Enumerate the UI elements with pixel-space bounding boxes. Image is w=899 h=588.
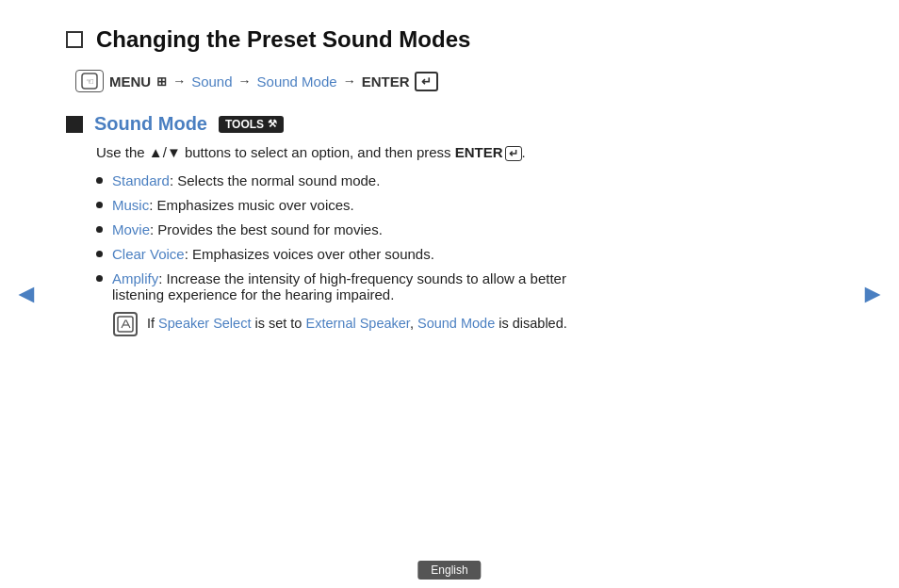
list-item: Music: Emphasizes music over voices. xyxy=(96,197,833,213)
term-standard: Standard xyxy=(112,172,170,188)
menu-finger-icon: ☜ xyxy=(75,70,104,92)
list-item: Clear Voice: Emphasizes voices over othe… xyxy=(96,246,833,262)
bullet-dot-icon xyxy=(96,226,103,233)
svg-rect-2 xyxy=(118,317,133,332)
note-sound-mode-link: Sound Mode xyxy=(417,316,495,331)
section-title: Sound Mode xyxy=(94,113,207,135)
arrow3: → xyxy=(343,74,356,89)
note-icon xyxy=(113,312,138,336)
menu-label: MENU xyxy=(109,74,151,90)
svg-text:☜: ☜ xyxy=(86,76,94,87)
term-movie: Movie xyxy=(112,221,150,237)
list-item: Movie: Provides the best sound for movie… xyxy=(96,221,833,237)
bullet-dot-icon xyxy=(96,251,103,257)
menu-path: ☜ MENU ⊞ → Sound → Sound Mode → ENTER ↵ xyxy=(75,70,833,92)
text-movie: : Provides the best sound for movies. xyxy=(150,221,383,237)
menu-sound-mode-link[interactable]: Sound Mode xyxy=(257,74,337,90)
menu-sound-link[interactable]: Sound xyxy=(191,74,232,90)
list-item-text: Standard: Selects the normal sound mode. xyxy=(112,172,380,188)
footer: English xyxy=(417,561,481,577)
instruction-text: Use the ▲/▼ buttons to select an option,… xyxy=(96,144,833,161)
term-clear-voice: Clear Voice xyxy=(112,246,185,262)
title-checkbox-icon xyxy=(66,31,83,48)
section-bullet-icon xyxy=(66,116,83,133)
tools-label: TOOLS xyxy=(225,118,264,131)
note-row: If Speaker Select is set to External Spe… xyxy=(113,312,833,336)
bullet-list: Standard: Selects the normal sound mode.… xyxy=(96,172,833,302)
list-item-text: Amplify: Increase the intensity of high-… xyxy=(112,270,566,302)
term-amplify: Amplify xyxy=(112,270,158,286)
term-music: Music xyxy=(112,197,149,213)
content-area: Use the ▲/▼ buttons to select an option,… xyxy=(96,144,833,336)
nav-arrow-left[interactable]: ◄ xyxy=(13,279,40,309)
arrow1: → xyxy=(172,74,186,89)
language-badge: English xyxy=(417,561,481,580)
text-clear-voice: : Emphasizes voices over other sounds. xyxy=(185,246,434,262)
note-external-speaker-link: External Speaker xyxy=(305,316,409,331)
page-title: Changing the Preset Sound Modes xyxy=(96,26,470,53)
list-item: Standard: Selects the normal sound mode. xyxy=(96,172,833,188)
bullet-dot-icon xyxy=(96,202,103,208)
arrow2: → xyxy=(238,74,252,89)
enter-inline-icon: ↵ xyxy=(505,146,522,161)
section-header: Sound Mode TOOLS ⚒ xyxy=(66,113,833,135)
enter-icon: ↵ xyxy=(415,72,438,91)
list-item-text: Movie: Provides the best sound for movie… xyxy=(112,221,383,237)
title-row: Changing the Preset Sound Modes xyxy=(66,26,833,53)
bullet-dot-icon xyxy=(96,177,103,184)
menu-grid-icon: ⊞ xyxy=(156,74,167,89)
list-item-text: Clear Voice: Emphasizes voices over othe… xyxy=(112,246,434,262)
bullet-dot-icon xyxy=(96,275,103,282)
list-item: Amplify: Increase the intensity of high-… xyxy=(96,270,833,302)
text-music: : Emphasizes music over voices. xyxy=(149,197,354,213)
enter-label: ENTER xyxy=(362,74,410,90)
nav-arrow-right[interactable]: ► xyxy=(859,279,886,309)
page-container: Changing the Preset Sound Modes ☜ MENU ⊞… xyxy=(0,0,899,588)
tools-badge: TOOLS ⚒ xyxy=(219,116,284,133)
tools-icon-small: ⚒ xyxy=(268,118,277,130)
list-item-text: Music: Emphasizes music over voices. xyxy=(112,197,354,213)
text-amplify: : Increase the intensity of high-frequen… xyxy=(112,270,566,302)
note-speaker-select-link: Speaker Select xyxy=(158,316,251,331)
text-standard: : Selects the normal sound mode. xyxy=(170,172,380,188)
note-text: If Speaker Select is set to External Spe… xyxy=(147,312,567,335)
